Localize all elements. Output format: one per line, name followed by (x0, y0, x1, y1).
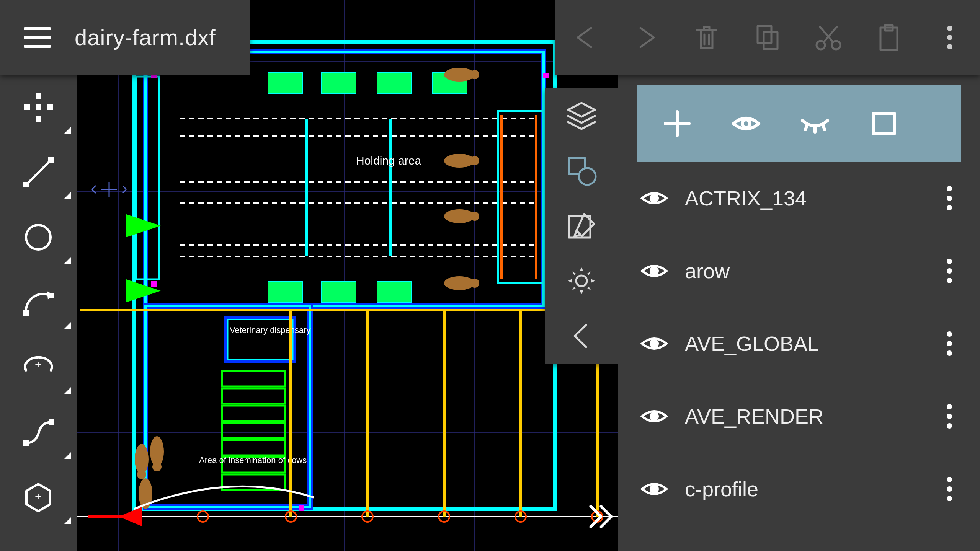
cut-button[interactable] (804, 13, 853, 62)
svg-point-103 (26, 225, 51, 249)
undo-button[interactable] (560, 13, 610, 62)
svg-point-129 (947, 259, 952, 264)
svg-point-143 (947, 496, 952, 501)
hide-all-button[interactable] (794, 103, 836, 145)
svg-point-54 (470, 156, 479, 165)
layer-visibility-toggle[interactable] (635, 480, 673, 498)
layer-options-button[interactable] (936, 258, 963, 284)
line-tool[interactable] (0, 140, 77, 205)
layers-list[interactable]: ACTRIX_134 arow AVE_GLOBAL (618, 162, 980, 551)
layer-row[interactable]: arow (618, 235, 980, 307)
svg-rect-98 (24, 104, 30, 110)
ellipse-arc-tool[interactable]: + (0, 335, 77, 400)
file-title: dairy-farm.dxf (75, 24, 216, 50)
svg-rect-25 (268, 73, 302, 94)
arc-tool[interactable] (0, 270, 77, 335)
circle-tool[interactable] (0, 205, 77, 270)
svg-point-130 (947, 268, 952, 274)
label-holding-area: Holding area (356, 154, 421, 167)
svg-line-100 (26, 160, 51, 185)
layer-visibility-toggle[interactable] (635, 262, 673, 280)
layers-panel-header (637, 85, 961, 162)
layer-options-button[interactable] (936, 403, 963, 430)
svg-point-52 (470, 70, 479, 79)
eye-open-icon (640, 189, 668, 207)
svg-point-134 (947, 341, 952, 346)
svg-point-138 (947, 414, 952, 419)
svg-rect-27 (377, 73, 412, 94)
layer-visibility-toggle[interactable] (635, 189, 673, 207)
svg-line-14 (122, 186, 126, 189)
layer-name: AVE_GLOBAL (673, 332, 936, 355)
polygon-tool[interactable]: + (0, 465, 77, 530)
svg-line-120 (805, 125, 807, 130)
arrow-left-icon (570, 22, 601, 53)
svg-point-114 (579, 168, 596, 185)
kebab-icon (946, 185, 953, 212)
svg-rect-31 (377, 281, 412, 302)
layer-row[interactable]: ACTRIX_134 (618, 162, 980, 235)
svg-point-62 (152, 462, 162, 471)
layer-options-button[interactable] (936, 185, 963, 212)
svg-point-92 (947, 26, 952, 31)
select-layer-button[interactable] (863, 103, 905, 145)
svg-rect-104 (23, 310, 29, 316)
layer-visibility-toggle[interactable] (635, 407, 673, 425)
svg-rect-99 (47, 104, 53, 110)
paste-button[interactable] (864, 13, 914, 62)
ellipse-arc-icon: + (20, 349, 57, 386)
layer-row[interactable]: AVE_RENDER (618, 380, 980, 453)
svg-point-139 (947, 423, 952, 429)
layers-panel-button[interactable] (559, 93, 604, 139)
svg-rect-109 (49, 419, 54, 425)
spline-icon (20, 414, 57, 451)
svg-rect-65 (151, 281, 157, 287)
redo-button[interactable] (621, 13, 671, 62)
delete-button[interactable] (682, 13, 732, 62)
svg-text:+: + (35, 490, 42, 503)
edit-panel-button[interactable] (559, 203, 604, 249)
plus-icon (662, 109, 692, 139)
spline-tool[interactable] (0, 400, 77, 465)
clipboard-icon (874, 22, 904, 53)
shapes-icon (565, 154, 598, 187)
svg-point-60 (137, 470, 146, 479)
add-layer-button[interactable] (656, 103, 698, 145)
copy-button[interactable] (743, 13, 792, 62)
svg-point-142 (947, 486, 952, 492)
label-veterinary: Veterinary dispensary (230, 325, 311, 335)
move-tool[interactable] (0, 75, 77, 140)
svg-point-125 (947, 186, 952, 191)
double-chevron-right-icon (584, 499, 618, 534)
layer-options-button[interactable] (936, 476, 963, 502)
building-walls (126, 42, 555, 509)
layers-panel: ACTRIX_134 arow AVE_GLOBAL (618, 75, 980, 551)
svg-point-137 (947, 404, 952, 409)
hexagon-icon: + (20, 479, 57, 516)
menu-button[interactable] (0, 0, 75, 75)
layers-icon (565, 99, 598, 132)
blocks-panel-button[interactable] (559, 148, 604, 194)
layer-options-button[interactable] (936, 330, 963, 357)
svg-rect-97 (36, 116, 41, 122)
scissors-icon (813, 22, 844, 53)
svg-rect-123 (874, 113, 894, 134)
settings-panel-button[interactable] (559, 258, 604, 304)
svg-point-116 (576, 276, 587, 286)
overflow-button[interactable] (925, 13, 975, 62)
svg-point-58 (470, 279, 479, 288)
eye-closed-icon (800, 109, 830, 139)
layer-name: c-profile (673, 477, 936, 501)
expand-toolbar-button[interactable] (582, 482, 620, 551)
layer-row[interactable]: c-profile (618, 453, 980, 525)
svg-line-122 (823, 125, 825, 130)
svg-point-140 (651, 486, 658, 492)
show-all-button[interactable] (725, 103, 767, 145)
collapse-panel-button[interactable] (559, 313, 604, 359)
svg-point-93 (947, 35, 952, 40)
edit-icon (565, 209, 598, 242)
titlebar: dairy-farm.dxf (0, 0, 250, 75)
layer-visibility-toggle[interactable] (635, 334, 673, 353)
layer-row[interactable]: AVE_GLOBAL (618, 307, 980, 380)
eye-open-icon (640, 334, 668, 353)
